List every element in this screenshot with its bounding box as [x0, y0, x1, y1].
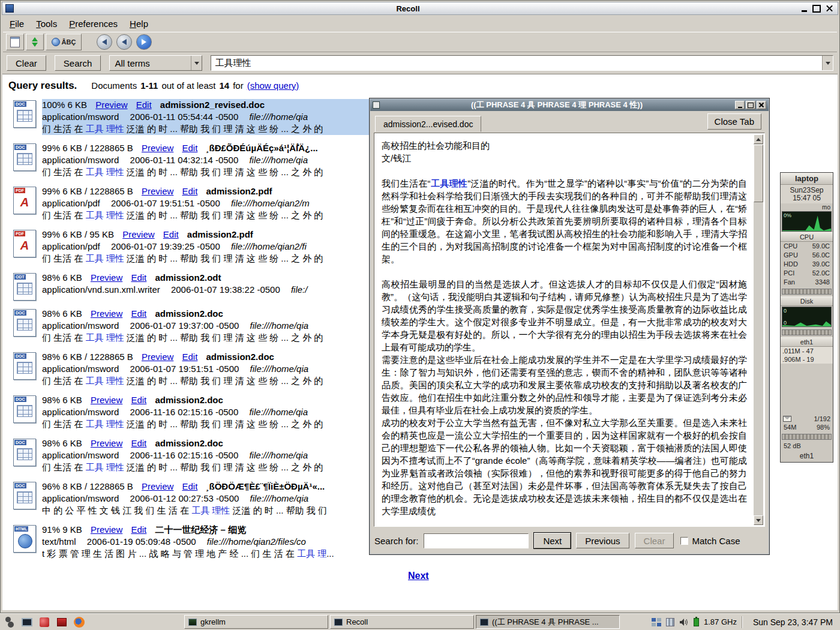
preview-link[interactable]: Preview [142, 481, 173, 491]
preview-link[interactable]: Preview [91, 272, 122, 283]
main-menu-button[interactable] [2, 615, 17, 629]
result-url: file:///home/qia [250, 364, 309, 374]
combo-arrow[interactable] [191, 56, 202, 70]
find-input[interactable] [424, 533, 529, 548]
file-glyph [17, 491, 32, 503]
preview-link[interactable]: Preview [142, 352, 173, 362]
edit-link[interactable]: Edit [131, 395, 146, 405]
show-query-link[interactable]: (show query) [247, 80, 299, 91]
edit-link[interactable]: Edit [136, 100, 152, 110]
search-input[interactable] [211, 56, 822, 70]
term-explorer-button[interactable]: ÂBÇ [46, 34, 82, 50]
maximize-button[interactable] [811, 4, 822, 13]
gkrellm-panel: laptop Sun23Sep 15:47 05 mo 0% CPU CPU 5… [780, 172, 833, 463]
preview-link[interactable]: Preview [95, 100, 127, 110]
result-relevance-size: 91% 9 KB [42, 524, 82, 535]
menu-help[interactable]: Help [124, 17, 154, 30]
file-page-icon: DOC [13, 143, 36, 171]
edit-link[interactable]: Edit [131, 524, 146, 535]
result-text: 98% 6 KB Preview Edit admission2.doc app… [42, 437, 371, 473]
minimize-button[interactable] [799, 4, 809, 13]
preview-link[interactable]: Preview [142, 186, 173, 196]
file-page-icon: DOC [13, 100, 36, 128]
preview-link[interactable]: Preview [91, 438, 122, 448]
file-type-icon: DOC [7, 481, 42, 517]
table-view-button[interactable] [6, 34, 24, 50]
scrollbar-thumb[interactable] [754, 145, 763, 202]
app-launcher-2[interactable] [55, 615, 69, 629]
edit-link[interactable]: Edit [131, 272, 146, 283]
scroll-down-button[interactable] [754, 515, 763, 525]
menu-tools[interactable]: Tools [31, 17, 62, 30]
next-results-link[interactable]: Next [408, 571, 429, 581]
result-date: 2006-01-11 04:32:14 -0500 [130, 155, 239, 165]
edit-link[interactable]: Edit [182, 352, 197, 362]
edit-link[interactable]: Edit [182, 186, 197, 196]
result-line2: application/msword 2006-01-12 00:27:53 -… [42, 493, 371, 505]
find-clear-button[interactable]: Clear [635, 533, 674, 548]
result-date: 2006-11-16 02:15:16 -0500 [130, 450, 239, 460]
sort-by-dates-button[interactable] [26, 34, 44, 50]
edit-link[interactable]: Edit [131, 308, 146, 319]
net-tx-row: .906M - 19 [781, 355, 833, 364]
preview-scrollbar[interactable] [754, 134, 763, 525]
gkrellm-clock: Sun23Sep 15:47 05 [781, 185, 833, 203]
speaker-icon[interactable] [679, 618, 689, 626]
result-snippet: 们 生活 在 工具 理性 泛滥 的 时 ... 帮助 我 们 理 清 这 些 纷… [42, 253, 371, 265]
search-mode-select[interactable]: All terms [109, 55, 202, 71]
window-menu-icon[interactable] [5, 4, 14, 13]
tray-applet-icon[interactable] [666, 618, 674, 626]
keyboard-indicator-icon[interactable] [652, 618, 661, 626]
find-next-button[interactable]: Next [534, 533, 571, 548]
result-filename: admission2.doc [155, 308, 223, 319]
preview-link[interactable]: Preview [142, 143, 173, 153]
close-button[interactable] [824, 4, 835, 13]
taskbar-window-button[interactable]: ((工 PHRASE 4 具 PHRASE ... [476, 615, 620, 629]
file-type-icon: DOC [7, 99, 42, 135]
preview-close-button[interactable] [757, 101, 766, 109]
scroll-up-button[interactable] [754, 134, 763, 144]
terminal-launcher[interactable] [20, 615, 34, 629]
preview-link[interactable]: Preview [91, 395, 122, 405]
edit-link[interactable]: Edit [163, 229, 179, 239]
find-previous-button[interactable]: Previous [576, 533, 629, 548]
taskbar-window-button[interactable]: gkrellm [184, 615, 328, 629]
taskbar-window-button[interactable]: Recoll [330, 615, 474, 629]
preview-minimize-button[interactable] [735, 101, 745, 109]
first-page-button[interactable] [97, 34, 112, 50]
menu-file[interactable]: File [4, 17, 29, 30]
edit-link[interactable]: Edit [131, 438, 146, 448]
edit-link[interactable]: Edit [182, 481, 197, 491]
result-line2: application/msword 2006-11-16 02:15:16 -… [42, 449, 371, 461]
preview-text[interactable]: 高校招生的社会功能和目的文/钱江我们生活在“工具理性”泛滥的时代。作为“世之显学… [376, 134, 753, 525]
browser-launcher[interactable] [72, 615, 86, 629]
titlebar[interactable]: Recoll [2, 2, 838, 15]
cpu-load-label: 0% [784, 212, 791, 218]
search-button[interactable]: Search [55, 55, 101, 71]
clear-button[interactable]: Clear [7, 55, 46, 71]
preview-link[interactable]: Preview [91, 308, 122, 319]
battery-icon[interactable] [694, 618, 699, 626]
preview-link[interactable]: Preview [122, 229, 154, 239]
taskbar-clock[interactable]: Sun Sep 23, 3:47 PM [747, 617, 838, 627]
app-launcher-1[interactable] [37, 615, 52, 629]
previous-page-button[interactable] [116, 34, 132, 50]
file-page-icon: PDF A [13, 187, 36, 214]
close-tab-button[interactable]: Close Tab [707, 113, 761, 130]
match-case-checkbox[interactable] [680, 537, 688, 545]
next-page-button[interactable] [136, 34, 152, 50]
menu-preferences[interactable]: Preferences [64, 17, 123, 30]
preview-titlebar[interactable]: ((工 PHRASE 4 具 PHRASE 4 理 PHRASE 4 性)) [370, 99, 769, 111]
query-history-arrow[interactable] [822, 56, 833, 70]
preview-tab[interactable]: admission2...evised.doc [375, 116, 481, 132]
result-url: file:/ [291, 284, 308, 295]
history-clock-icon [52, 38, 60, 46]
preview-link[interactable]: Preview [91, 524, 122, 535]
file-page-icon: DOC [13, 395, 36, 423]
edit-link[interactable]: Edit [182, 143, 197, 153]
sort-arrows-icon [32, 37, 38, 47]
result-line1: 99% 6 KB / 1228865 B Preview Edit admiss… [42, 185, 371, 197]
memory-percent: 98% [817, 423, 830, 432]
gkrellm-uptime: mo [781, 203, 833, 211]
preview-maximize-button[interactable] [746, 101, 755, 109]
